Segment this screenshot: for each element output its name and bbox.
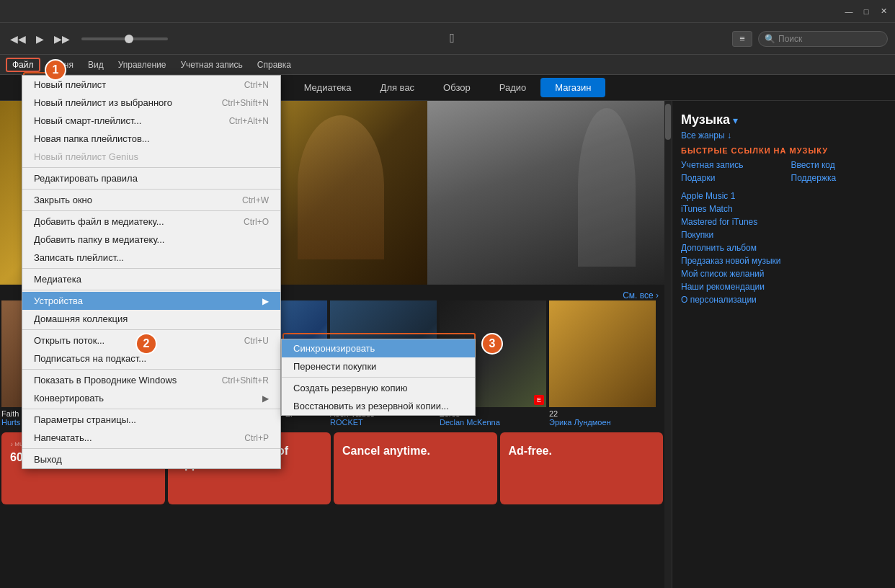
menu-label: Показать в Проводнике Windows xyxy=(34,375,177,386)
menu-devices[interactable]: Устройства ▶ xyxy=(22,292,280,310)
menu-label: Записать плейлист... xyxy=(34,252,124,263)
sidebar-single-4[interactable]: Дополнить альбом xyxy=(681,241,886,254)
title-bar: — □ ✕ xyxy=(0,0,895,23)
toolbar: ◀◀ ▶ ▶▶  ≡ 🔍 Поиск xyxy=(0,23,895,55)
tab-library[interactable]: Медиатека xyxy=(290,78,366,97)
sidebar-single-3[interactable]: Покупки xyxy=(681,228,886,241)
menu-new-playlist[interactable]: Новый плейлист Ctrl+N xyxy=(22,76,280,94)
menu-bar: Файл Песня Вид Управление Учетная запись… xyxy=(0,55,895,75)
menu-edit-rules[interactable]: Редактировать правила xyxy=(22,169,280,187)
menu-item-manage[interactable]: Управление xyxy=(112,58,172,72)
search-box[interactable]: 🔍 Поиск xyxy=(758,31,888,47)
minimize-button[interactable]: — xyxy=(843,6,855,17)
menu-add-file[interactable]: Добавить файл в медиатеку... Ctrl+O xyxy=(22,213,280,231)
music-dropdown-icon[interactable]: ▾ xyxy=(733,115,738,126)
sidebar-single-7[interactable]: Наши рекомендации xyxy=(681,280,886,293)
menu-library[interactable]: Медиатека xyxy=(22,270,280,288)
album-artist-4[interactable]: Declan McKenna xyxy=(440,418,546,427)
album-artist-5[interactable]: Эрика Лундмоен xyxy=(549,418,656,427)
menu-record-playlist[interactable]: Записать плейлист... xyxy=(22,249,280,267)
submenu-label: Восстановить из резервной копии... xyxy=(293,401,449,411)
maximize-button[interactable]: □ xyxy=(860,6,872,17)
promo-text-3: Ad-free. xyxy=(509,444,655,458)
menu-exit[interactable]: Выход xyxy=(22,450,280,468)
menu-label: Медиатека xyxy=(34,274,81,285)
genre-selector[interactable]: Все жанры ↓ xyxy=(681,130,886,141)
menu-label: Новый плейлист Genius xyxy=(34,151,138,162)
menu-label: Редактировать правила xyxy=(34,173,138,184)
tab-radio[interactable]: Радио xyxy=(485,78,541,97)
tab-for-you[interactable]: Для вас xyxy=(366,78,429,97)
menu-close-window[interactable]: Закрыть окно Ctrl+W xyxy=(22,191,280,209)
promo-card-3[interactable]: Ad-free. xyxy=(500,432,664,504)
sidebar-single-0[interactable]: Apple Music 1 xyxy=(681,190,886,202)
tab-store[interactable]: Магазин xyxy=(540,78,605,97)
play-button[interactable]: ▶ xyxy=(33,30,47,48)
album-title-5: 22 xyxy=(549,409,656,418)
shortcut-new-playlist: Ctrl+N xyxy=(244,80,269,90)
sidebar-single-2[interactable]: Mastered for iTunes xyxy=(681,215,886,228)
menu-print[interactable]: Напечатать... Ctrl+P xyxy=(22,429,280,447)
menu-label: Параметры страницы... xyxy=(34,414,136,425)
see-all-link[interactable]: См. все › xyxy=(623,290,659,300)
search-icon: 🔍 xyxy=(765,34,775,44)
sidebar-single-6[interactable]: Мой список желаний xyxy=(681,267,886,280)
sidebar-links-grid: Учетная запись Ввести код Подарки Поддер… xyxy=(681,159,886,184)
album-artist-3[interactable]: ROCKET xyxy=(330,418,437,427)
album-thumb-5 xyxy=(549,300,656,407)
menu-add-folder[interactable]: Добавить папку в медиатеку... xyxy=(22,231,280,249)
separator-4 xyxy=(22,268,280,269)
tab-browse[interactable]: Обзор xyxy=(429,78,485,97)
sidebar-single-5[interactable]: Предзаказ новой музыки xyxy=(681,254,886,267)
submenu-label: Создать резервную копию xyxy=(293,383,408,393)
menu-item-view[interactable]: Вид xyxy=(82,58,110,72)
submenu-restore[interactable]: Восстановить из резервной копии... xyxy=(282,397,475,415)
explicit-badge-4: E xyxy=(534,395,544,405)
menu-label: Закрыть окно xyxy=(34,195,92,205)
menu-item-help[interactable]: Справка xyxy=(251,58,297,72)
submenu-sep xyxy=(282,377,475,378)
menu-page-setup[interactable]: Параметры страницы... xyxy=(22,411,280,429)
menu-item-song[interactable]: Песня xyxy=(43,58,79,72)
sidebar-link-2[interactable]: Подарки xyxy=(681,172,777,184)
file-menu-dropdown[interactable]: Новый плейлист Ctrl+N Новый плейлист из … xyxy=(22,75,281,469)
menu-label: Новый плейлист xyxy=(34,79,106,90)
separator-1 xyxy=(22,167,280,168)
sidebar-link-3[interactable]: Поддержка xyxy=(791,172,887,184)
next-button[interactable]: ▶▶ xyxy=(51,30,73,48)
submenu-transfer[interactable]: Перенести покупки xyxy=(282,357,475,375)
menu-home-collection[interactable]: Домашняя коллекция xyxy=(22,310,280,328)
separator-9 xyxy=(22,448,280,449)
submenu-arrow-icon: ▶ xyxy=(262,296,269,306)
scrollbar-thumb[interactable] xyxy=(665,104,671,140)
menu-item-account[interactable]: Учетная запись xyxy=(174,58,248,72)
menu-new-folder[interactable]: Новая папка плейлистов... xyxy=(22,130,280,148)
scrollbar[interactable] xyxy=(664,101,672,588)
search-placeholder: Поиск xyxy=(778,34,802,44)
menu-subscribe-podcast[interactable]: Подписаться на подкаст... xyxy=(22,349,280,368)
sidebar-link-1[interactable]: Ввести код xyxy=(791,159,887,171)
submenu-backup[interactable]: Создать резервную копию xyxy=(282,379,475,397)
submenu-devices[interactable]: Синхронизировать Перенести покупки Созда… xyxy=(281,339,476,416)
menu-show-explorer[interactable]: Показать в Проводнике Windows Ctrl+Shift… xyxy=(22,371,280,389)
prev-button[interactable]: ◀◀ xyxy=(7,30,29,48)
album-card-5[interactable]: 22 Эрика Лундмоен xyxy=(549,300,656,427)
menu-label: Новый плейлист из выбранного xyxy=(34,97,172,108)
sidebar-single-8[interactable]: О персонализации xyxy=(681,293,886,306)
list-button[interactable]: ≡ xyxy=(732,31,752,47)
quick-links-title: БЫСТРЫЕ ССЫЛКИ НА МУЗЫКУ xyxy=(681,146,886,155)
promo-card-2[interactable]: Cancel anytime. xyxy=(334,432,497,504)
close-button[interactable]: ✕ xyxy=(878,6,889,17)
menu-item-file[interactable]: Файл xyxy=(6,58,40,72)
music-title: Музыка xyxy=(681,112,730,128)
submenu-sync[interactable]: Синхронизировать xyxy=(282,339,475,357)
sidebar-single-1[interactable]: iTunes Match xyxy=(681,202,886,215)
menu-open-stream[interactable]: Открыть поток... Ctrl+U xyxy=(22,331,280,349)
menu-new-smart[interactable]: Новый смарт-плейлист... Ctrl+Alt+N xyxy=(22,112,280,130)
menu-convert[interactable]: Конвертировать ▶ xyxy=(22,389,280,407)
sidebar-link-0[interactable]: Учетная запись xyxy=(681,159,777,171)
hero-banner-2[interactable] xyxy=(427,101,664,285)
menu-label: Добавить папку в медиатеку... xyxy=(34,234,164,245)
progress-bar[interactable] xyxy=(81,37,168,40)
menu-new-playlist-selected[interactable]: Новый плейлист из выбранного Ctrl+Shift+… xyxy=(22,94,280,112)
